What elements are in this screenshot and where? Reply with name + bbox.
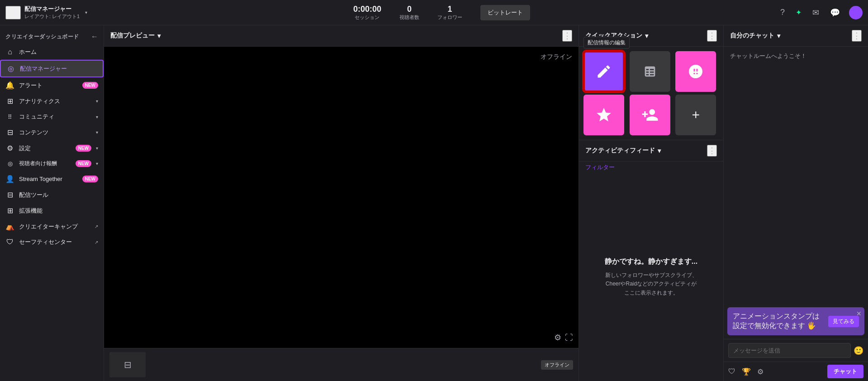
chat-notification-close-button[interactable]: ✕ bbox=[856, 310, 862, 317]
sidebar-label-safety-center: セーフティセンター bbox=[19, 238, 90, 246]
shimmer-icon-button[interactable]: ✦ bbox=[794, 6, 803, 19]
session-label: セッション bbox=[355, 14, 379, 21]
analytics-icon: ⊞ bbox=[5, 97, 14, 105]
activity-feed-title: アクティビティフィード ▾ bbox=[585, 147, 661, 155]
sidebar-label-extensions: 拡張機能 bbox=[19, 207, 98, 215]
activity-feed-chevron-icon: ▾ bbox=[658, 147, 661, 154]
chat-shield-button[interactable]: 🛡 bbox=[728, 367, 735, 376]
sidebar-item-alerts[interactable]: 🔔 アラート NEW bbox=[0, 77, 104, 93]
sidebar-item-settings[interactable]: ⚙ 設定 NEW ▾ bbox=[0, 140, 104, 156]
topbar-stat-followers: 1 フォロワー bbox=[437, 5, 462, 21]
chat-icon-button[interactable]: 💬 bbox=[828, 6, 842, 19]
quick-actions-column: クイックアクション ▾ ⋮ 配信情報の編集 bbox=[579, 25, 723, 381]
menu-button[interactable] bbox=[5, 6, 21, 19]
help-icon-button[interactable]: ? bbox=[778, 6, 787, 19]
mail-icon-button[interactable]: ✉ bbox=[811, 6, 821, 19]
stream-area: 配信プレビュー ▾ ⋮ オフライン ⚙ ⛶ ⊟ オフライン bbox=[104, 25, 579, 381]
sidebar-item-stream-together[interactable]: 👤 Stream Together NEW bbox=[0, 171, 104, 187]
stream-tools-icon: ⊟ bbox=[5, 190, 14, 199]
main-layout: クリエイターダッシュボード ← ⌂ ホーム ◎ 配信マネージャー 🔔 アラート … bbox=[0, 25, 868, 381]
extensions-icon: ⊞ bbox=[5, 206, 14, 215]
chat-spacer bbox=[724, 66, 868, 304]
topbar-center: 0:00:00 セッション 0 視聴者数 1 フォロワー ビットレート bbox=[105, 5, 778, 21]
chat-welcome: チャットルームへようこそ！ bbox=[724, 47, 868, 66]
star-button[interactable] bbox=[583, 95, 624, 135]
stream-together-badge: NEW bbox=[82, 176, 98, 182]
sidebar-label-stream-together: Stream Together bbox=[19, 176, 76, 182]
sidebar-item-home[interactable]: ⌂ ホーム bbox=[0, 44, 104, 60]
activity-feed-more-button[interactable]: ⋮ bbox=[707, 145, 717, 157]
sidebar-label-stream-tools: 配信ツール bbox=[19, 191, 98, 199]
star-icon bbox=[595, 106, 612, 124]
followers-value: 1 bbox=[448, 5, 452, 14]
stream-settings-button[interactable]: ⚙ bbox=[554, 333, 561, 343]
sidebar-label-content: コンテンツ bbox=[19, 129, 91, 137]
film-button[interactable] bbox=[630, 51, 670, 92]
activity-feed-filter-link[interactable]: フィルター bbox=[579, 162, 723, 173]
stream-fullscreen-button[interactable]: ⛶ bbox=[565, 333, 573, 343]
stream-preview-content: オフライン ⚙ ⛶ bbox=[104, 47, 579, 348]
sidebar-label-stream-manager: 配信マネージャー bbox=[20, 65, 97, 73]
sidebar-item-community[interactable]: ⠿ コミュニティ ▾ bbox=[0, 109, 104, 124]
activity-feed-empty-desc: 新しいフォロワーやサブスクライブ、 CheerやRaidなどのアクティビティが … bbox=[605, 271, 697, 297]
sidebar-label-home: ホーム bbox=[19, 48, 98, 56]
sidebar-item-content[interactable]: ⊟ コンテンツ ▾ bbox=[0, 124, 104, 140]
sidebar-item-analytics[interactable]: ⊞ アナリティクス ▾ bbox=[0, 93, 104, 109]
edit-info-button[interactable] bbox=[583, 51, 624, 92]
quick-actions-chevron-icon: ▾ bbox=[645, 32, 648, 39]
alerts-icon: 🔔 bbox=[5, 81, 14, 90]
sidebar-item-extensions[interactable]: ⊞ 拡張機能 bbox=[0, 203, 104, 219]
bitrate-button[interactable]: ビットレート bbox=[480, 5, 530, 20]
analytics-chevron-icon: ▾ bbox=[96, 99, 98, 104]
sidebar-collapse-button[interactable]: ← bbox=[91, 33, 98, 41]
steering-button[interactable] bbox=[675, 51, 716, 92]
chat-message-input[interactable] bbox=[728, 343, 851, 358]
topbar-subtitle: レイアウト: レイアウト1 bbox=[24, 13, 80, 20]
alerts-badge: NEW bbox=[82, 82, 98, 89]
topbar-stat-viewers: 0 視聴者数 bbox=[399, 5, 419, 21]
quick-actions-grid: 配信情報の編集 bbox=[579, 47, 723, 140]
chat-notification-content: アニメーションスタンプは設定で無効化できます 🖐 bbox=[733, 312, 825, 331]
chat-more-button[interactable]: ⋮ bbox=[852, 30, 862, 42]
stream-controls: ⚙ ⛶ bbox=[554, 333, 573, 343]
viewers-label: 視聴者数 bbox=[399, 14, 419, 21]
chat-footer-icons: 🛡 🏆 ⚙ bbox=[728, 367, 764, 376]
chat-send-button[interactable]: チャット bbox=[827, 365, 863, 378]
add-user-button[interactable] bbox=[630, 95, 670, 135]
viewer-rewards-chevron-icon: ▾ bbox=[96, 161, 98, 166]
sidebar-label-community: コミュニティ bbox=[19, 113, 91, 121]
sidebar-item-safety-center[interactable]: 🛡 セーフティセンター ↗ bbox=[0, 234, 104, 250]
sidebar-item-creator-camp[interactable]: ⛺ クリエイターキャンプ ↗ bbox=[0, 219, 104, 234]
sidebar-item-stream-tools[interactable]: ⊟ 配信ツール bbox=[0, 187, 104, 203]
avatar[interactable] bbox=[849, 6, 863, 19]
stream-thumbnail-bar: ⊟ オフライン bbox=[104, 348, 579, 381]
pencil-icon bbox=[596, 63, 612, 80]
chat-header: 自分のチャット ▾ ⋮ bbox=[724, 25, 868, 47]
sidebar-item-viewer-rewards[interactable]: ◎ 視聴者向け報酬 NEW ▾ bbox=[0, 156, 104, 171]
add-quick-action-button[interactable]: + bbox=[675, 95, 716, 135]
safety-center-icon: 🛡 bbox=[5, 238, 14, 246]
activity-feed-header: アクティビティフィード ▾ ⋮ bbox=[579, 140, 723, 162]
topbar-title: 配信マネージャー bbox=[24, 5, 80, 13]
chat-trophy-button[interactable]: 🏆 bbox=[742, 367, 751, 376]
creator-camp-external-icon: ↗ bbox=[95, 224, 98, 229]
topbar: 配信マネージャー レイアウト: レイアウト1 ▾ 0:00:00 セッション 0… bbox=[0, 0, 868, 25]
viewer-rewards-icon: ◎ bbox=[5, 160, 14, 167]
chat-settings-button[interactable]: ⚙ bbox=[757, 367, 764, 376]
settings-badge: NEW bbox=[76, 145, 91, 152]
add-user-icon bbox=[641, 106, 659, 124]
chat-notification-emoji: 🖐 bbox=[807, 322, 816, 329]
topbar-title-block: 配信マネージャー レイアウト: レイアウト1 bbox=[24, 5, 80, 20]
stream-thumbnail: ⊟ bbox=[109, 352, 146, 377]
followers-label: フォロワー bbox=[437, 14, 462, 21]
chat-title-label: 自分のチャット bbox=[730, 32, 774, 40]
quick-actions-more-button[interactable]: ⋮ bbox=[707, 30, 717, 42]
home-icon: ⌂ bbox=[5, 48, 14, 56]
chat-emoji-button[interactable]: 🙂 bbox=[854, 346, 863, 356]
sidebar-item-stream-manager[interactable]: ◎ 配信マネージャー bbox=[0, 60, 104, 77]
stream-preview-more-button[interactable]: ⋮ bbox=[562, 30, 572, 42]
stream-preview-header: 配信プレビュー ▾ ⋮ bbox=[104, 25, 579, 47]
community-chevron-icon: ▾ bbox=[96, 114, 98, 119]
stream-together-icon: 👤 bbox=[5, 175, 14, 183]
chat-notification-action-button[interactable]: 見てみる bbox=[828, 316, 859, 327]
